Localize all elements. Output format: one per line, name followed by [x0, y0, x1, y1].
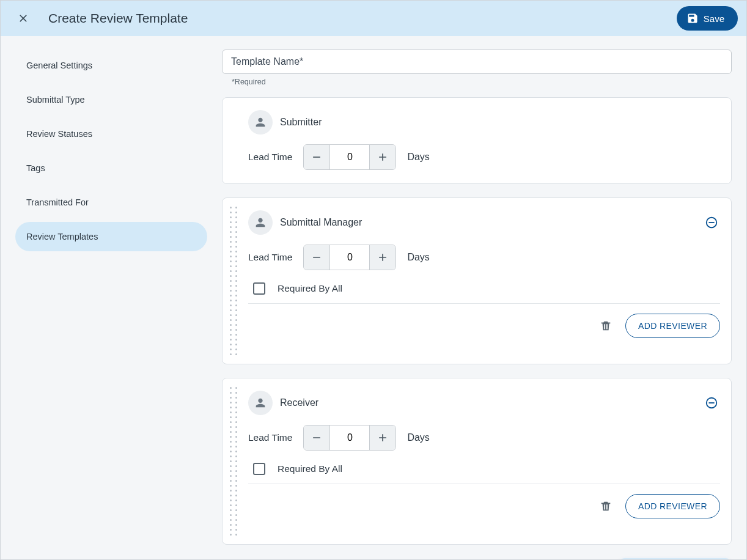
sidebar-item-label: Transmitted For	[26, 197, 89, 207]
step-card-receiver: Receiver Lead Time Days	[222, 378, 732, 545]
increment-button[interactable]	[370, 245, 396, 270]
main-panel: *Required Submitter Lead Time	[222, 36, 746, 559]
save-button[interactable]: Save	[677, 6, 738, 31]
collapse-button[interactable]	[703, 214, 720, 231]
header-left: Create Review Template	[14, 9, 188, 28]
increment-button[interactable]	[370, 426, 396, 450]
trash-icon	[599, 319, 613, 333]
drag-icon	[230, 207, 238, 355]
lead-time-stepper	[303, 425, 396, 451]
footer: Add Review Step	[222, 558, 732, 559]
template-name-input[interactable]	[222, 50, 732, 74]
modal-header: Create Review Template Save	[1, 1, 746, 36]
divider	[248, 303, 720, 304]
role-name: Submittal Manager	[280, 217, 362, 228]
lead-time-label: Lead Time	[248, 432, 292, 443]
days-label: Days	[407, 152, 429, 163]
role-name: Submitter	[280, 117, 322, 128]
sidebar-item-label: Tags	[26, 163, 45, 173]
required-by-all-row: Required By All	[248, 455, 720, 484]
drag-handle[interactable]	[223, 378, 242, 544]
required-by-all-label: Required By All	[278, 463, 342, 474]
divider	[248, 484, 720, 484]
sidebar-item-review-templates[interactable]: Review Templates	[15, 222, 207, 251]
minus-icon	[311, 151, 323, 163]
add-review-step-button[interactable]: Add Review Step	[619, 558, 732, 559]
lead-time-row: Lead Time Days	[248, 240, 720, 275]
decrement-button[interactable]	[304, 145, 329, 169]
save-icon	[686, 12, 699, 24]
person-icon	[254, 396, 267, 410]
sidebar-item-label: Review Statuses	[26, 129, 92, 139]
step-card-submittal-manager: Submittal Manager Lead Time Days	[222, 197, 732, 364]
delete-step-button[interactable]	[597, 498, 614, 515]
avatar	[248, 110, 273, 134]
sidebar-item-label: Submittal Type	[26, 95, 85, 105]
required-note: *Required	[222, 74, 732, 86]
required-by-all-checkbox[interactable]	[253, 282, 265, 295]
lead-time-value[interactable]	[329, 426, 370, 450]
content: General Settings Submittal Type Review S…	[1, 36, 746, 559]
avatar	[248, 391, 273, 415]
close-icon	[17, 12, 29, 24]
required-by-all-label: Required By All	[278, 283, 342, 294]
lead-time-label: Lead Time	[248, 152, 292, 163]
sidebar-item-label: Review Templates	[26, 232, 98, 241]
card-body: Submitter Lead Time Days	[223, 98, 731, 183]
trash-icon	[599, 499, 613, 513]
role-left: Receiver	[248, 391, 318, 415]
required-by-all-checkbox[interactable]	[253, 463, 265, 475]
lead-time-value[interactable]	[329, 245, 370, 270]
lead-time-stepper	[303, 144, 396, 170]
role-row: Submittal Manager	[248, 204, 720, 240]
card-body: Submittal Manager Lead Time Days	[242, 198, 731, 364]
avatar	[248, 210, 273, 235]
collapse-button[interactable]	[703, 394, 720, 411]
person-icon	[254, 116, 267, 129]
person-icon	[254, 216, 267, 229]
sidebar-item-tags[interactable]: Tags	[15, 153, 207, 183]
required-by-all-row: Required By All	[248, 275, 720, 303]
role-row: Submitter	[248, 104, 720, 139]
plus-icon	[377, 251, 389, 263]
add-reviewer-button[interactable]: ADD REVIEWER	[625, 494, 720, 518]
lead-time-row: Lead Time Days	[248, 420, 720, 455]
sidebar-item-label: General Settings	[26, 61, 92, 70]
drag-icon	[230, 387, 238, 536]
close-button[interactable]	[14, 9, 32, 28]
lead-time-row: Lead Time Days	[248, 139, 720, 175]
drag-handle[interactable]	[223, 198, 242, 364]
add-reviewer-button[interactable]: ADD REVIEWER	[625, 314, 720, 338]
minus-icon	[311, 432, 323, 444]
sidebar-item-general-settings[interactable]: General Settings	[15, 51, 207, 80]
days-label: Days	[407, 252, 429, 263]
lead-time-stepper	[303, 245, 396, 270]
save-label: Save	[704, 13, 724, 24]
action-row: ADD REVIEWER	[248, 490, 720, 520]
template-name-wrap: *Required	[222, 50, 732, 86]
decrement-button[interactable]	[304, 245, 329, 270]
decrement-button[interactable]	[304, 426, 329, 450]
delete-step-button[interactable]	[597, 317, 614, 334]
role-row: Receiver	[248, 385, 720, 420]
sidebar-item-submittal-type[interactable]: Submittal Type	[15, 85, 207, 114]
sidebar-item-transmitted-for[interactable]: Transmitted For	[15, 188, 207, 217]
sidebar-item-review-statuses[interactable]: Review Statuses	[15, 119, 207, 149]
plus-icon	[377, 151, 389, 163]
sidebar: General Settings Submittal Type Review S…	[1, 36, 222, 559]
step-card-submitter: Submitter Lead Time Days	[222, 97, 732, 184]
days-label: Days	[407, 432, 429, 443]
role-left: Submittal Manager	[248, 210, 362, 235]
minus-icon	[311, 251, 323, 263]
lead-time-label: Lead Time	[248, 252, 292, 263]
plus-icon	[377, 432, 389, 444]
role-name: Receiver	[280, 397, 318, 408]
increment-button[interactable]	[370, 145, 396, 169]
card-body: Receiver Lead Time Days	[242, 378, 731, 544]
collapse-minus-icon	[705, 216, 718, 229]
lead-time-value[interactable]	[329, 145, 370, 169]
action-row: ADD REVIEWER	[248, 310, 720, 339]
collapse-minus-icon	[705, 396, 718, 410]
page-title: Create Review Template	[48, 11, 188, 26]
